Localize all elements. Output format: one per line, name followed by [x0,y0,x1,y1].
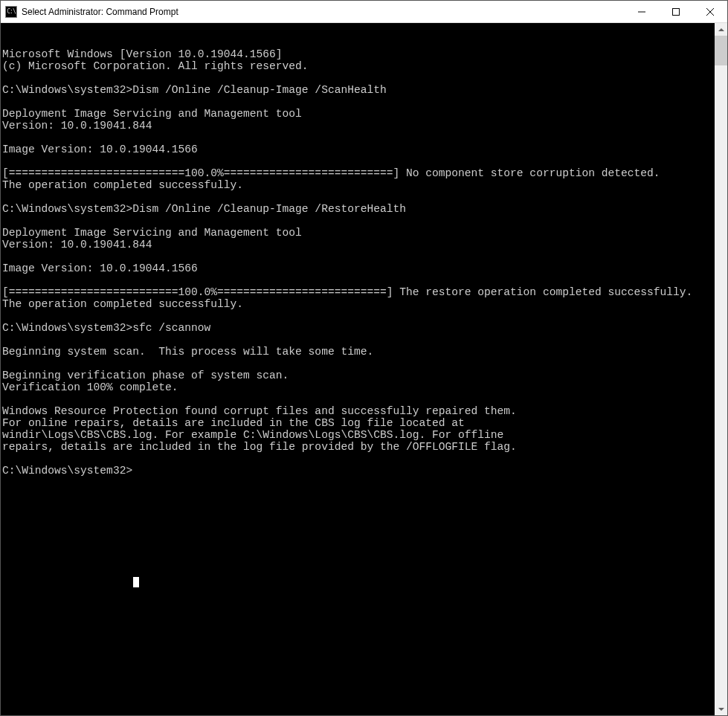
window-controls [625,1,727,22]
console-line: Beginning verification phase of system s… [2,370,713,381]
console-line [2,310,713,322]
console-line: Verification 100% complete. [2,381,713,393]
console-line: Microsoft Windows [Version 10.0.19044.15… [2,48,713,60]
console-line: For online repairs, details are included… [2,417,713,429]
console-line [2,132,713,143]
console-line [2,274,713,286]
console-line: (c) Microsoft Corporation. All rights re… [2,60,713,72]
command-prompt-window: C:\ Select Administrator: Command Prompt… [0,0,728,716]
maximize-button[interactable] [659,1,693,22]
console-line: [===========================100.0%======… [2,167,713,179]
console-line [2,453,713,465]
console-line [2,358,713,370]
console-line [2,155,713,167]
console-line: Version: 10.0.19041.844 [2,239,713,251]
console-line [2,215,713,227]
console-line: [==========================100.0%=======… [2,286,713,298]
console-line [2,393,713,405]
console-line: Beginning system scan. This process will… [2,346,713,358]
scroll-up-arrow-icon[interactable] [715,23,727,36]
console-line: Image Version: 10.0.19044.1566 [2,143,713,155]
close-button[interactable] [693,1,727,22]
svg-rect-1 [673,8,680,15]
scroll-down-arrow-icon[interactable] [715,703,727,715]
console-line: windir\Logs\CBS\CBS.log. For example C:\… [2,429,713,441]
console-line: Image Version: 10.0.19044.1566 [2,262,713,274]
scrollbar-thumb[interactable] [715,36,727,65]
window-title: Select Administrator: Command Prompt [22,7,625,17]
console-line: The operation completed successfully. [2,298,713,310]
console-output[interactable]: Microsoft Windows [Version 10.0.19044.15… [1,23,715,715]
text-cursor [133,577,139,587]
console-line: The operation completed successfully. [2,179,713,191]
console-line: Windows Resource Protection found corrup… [2,405,713,417]
vertical-scrollbar[interactable] [715,23,727,715]
minimize-button[interactable] [625,1,659,22]
console-area: Microsoft Windows [Version 10.0.19044.15… [1,23,727,715]
console-line [2,334,713,346]
console-line [2,96,713,108]
console-line [2,72,713,84]
svg-marker-4 [718,28,724,31]
cmd-icon: C:\ [5,6,17,18]
console-line: repairs, details are included in the log… [2,441,713,453]
console-line [2,251,713,262]
console-line: C:\Windows\system32>Dism /Online /Cleanu… [2,84,713,96]
console-line: C:\Windows\system32>Dism /Online /Cleanu… [2,203,713,215]
console-line: Version: 10.0.19041.844 [2,120,713,132]
console-line: C:\Windows\system32>sfc /scannow [2,322,713,334]
console-line: C:\Windows\system32> [2,465,713,477]
console-line: Deployment Image Servicing and Managemen… [2,227,713,239]
titlebar[interactable]: C:\ Select Administrator: Command Prompt [1,1,727,23]
svg-marker-5 [718,708,724,711]
console-line [2,191,713,203]
console-line: Deployment Image Servicing and Managemen… [2,108,713,120]
